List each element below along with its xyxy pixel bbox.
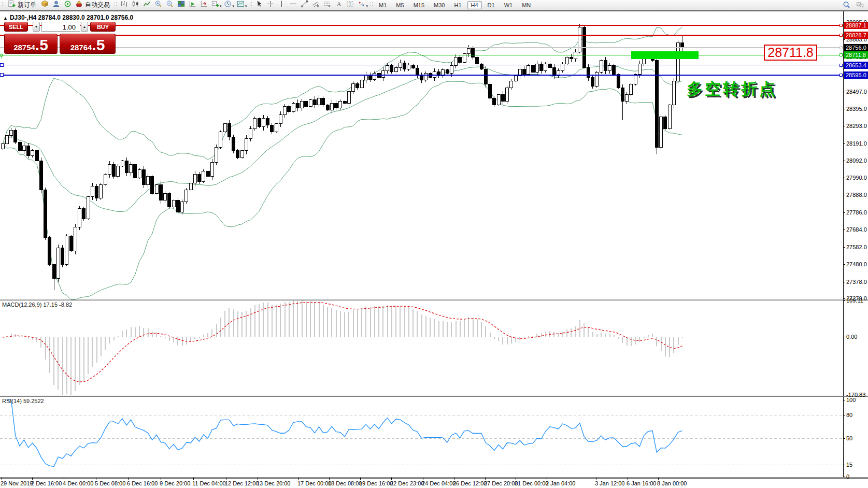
svg-text:F: F bbox=[329, 5, 331, 8]
buy-price-display[interactable]: 28764.5 bbox=[60, 34, 116, 54]
templates-button[interactable] bbox=[235, 1, 246, 9]
chevron-down-icon[interactable]: ▾ bbox=[245, 4, 247, 8]
price-tick-label: 28293.0 bbox=[846, 123, 867, 130]
periods-button[interactable] bbox=[222, 1, 234, 9]
chevron-down-icon[interactable]: ▾ bbox=[233, 4, 235, 8]
chart-bars-icon bbox=[120, 0, 128, 10]
arrows-button[interactable] bbox=[356, 1, 367, 9]
timeframe-button-h4[interactable]: H4 bbox=[467, 1, 482, 9]
toolbar-label[interactable]: 自动交易 bbox=[85, 1, 110, 9]
time-axis-label: 4 Dec 00:00 bbox=[63, 480, 93, 487]
time-axis-label: 13 Dec 20:00 bbox=[257, 480, 290, 487]
cursor-icon bbox=[255, 0, 263, 10]
vline-button[interactable] bbox=[276, 1, 288, 9]
chart-shift-button[interactable] bbox=[198, 1, 209, 9]
price-tick-label: 27684.0 bbox=[846, 226, 867, 233]
volume-decrease-button[interactable]: ▼ bbox=[33, 22, 40, 32]
tile-windows-button[interactable] bbox=[175, 1, 187, 9]
buy-button[interactable]: BUY bbox=[90, 22, 116, 32]
zoom-in-button[interactable] bbox=[152, 1, 164, 9]
chart-line-button[interactable] bbox=[141, 1, 152, 9]
time-axis-label: 6 Dec 16:00 bbox=[127, 480, 158, 487]
time-axis-label: 27 Dec 20:00 bbox=[484, 480, 518, 487]
support-zone-rectangle[interactable] bbox=[631, 51, 699, 59]
market-watch-button[interactable] bbox=[50, 1, 62, 9]
timeframe-button-m15[interactable]: M15 bbox=[410, 1, 428, 9]
autoscroll-icon bbox=[189, 0, 196, 10]
price-tick-label: 27786.0 bbox=[846, 209, 867, 216]
zoom-out-button[interactable] bbox=[164, 1, 175, 9]
hline-button[interactable] bbox=[288, 1, 299, 9]
indicators-icon bbox=[211, 0, 219, 10]
collapse-panel-icon[interactable]: ▲ bbox=[3, 16, 8, 21]
fibo-icon: F bbox=[323, 0, 331, 10]
sell-price-main: 28754 bbox=[13, 43, 35, 52]
toolbar-group-handle[interactable] bbox=[2, 2, 4, 8]
fibo-button[interactable]: F bbox=[322, 1, 333, 9]
toolbar-group-handle[interactable] bbox=[249, 2, 252, 8]
cursor-button[interactable] bbox=[253, 1, 265, 9]
autotrading-button[interactable] bbox=[73, 1, 84, 9]
indicators-button[interactable] bbox=[209, 1, 221, 9]
chart-bars-button[interactable] bbox=[118, 1, 130, 9]
price-badge: 28595.0 bbox=[844, 71, 868, 79]
timeframe-button-w1[interactable]: W1 bbox=[501, 1, 517, 9]
chart-candles-button[interactable] bbox=[130, 1, 141, 9]
crosshair-icon bbox=[266, 0, 274, 10]
chevron-down-icon[interactable]: ▾ bbox=[366, 4, 368, 8]
volume-increase-button[interactable]: ▲ bbox=[81, 22, 88, 32]
signals-icon bbox=[64, 0, 72, 10]
timeframe-button-mn[interactable]: MN bbox=[518, 1, 534, 9]
svg-text:E: E bbox=[317, 5, 319, 8]
signals-button[interactable] bbox=[62, 1, 73, 9]
sell-button[interactable]: SELL bbox=[4, 22, 28, 32]
window-edge bbox=[0, 10, 868, 11]
channel-button[interactable]: E bbox=[310, 1, 322, 9]
timeframe-button-h1[interactable]: H1 bbox=[450, 1, 465, 9]
chevron-down-icon[interactable]: ▾ bbox=[220, 4, 222, 8]
macd-indicator-label: MACD(12,26,9) 17.15 -8.82 bbox=[2, 302, 72, 308]
timeframe-button-m5[interactable]: M5 bbox=[392, 1, 407, 9]
price-badge: 28653.4 bbox=[844, 62, 868, 69]
toolbar-group-handle[interactable] bbox=[114, 2, 117, 8]
one-click-trading-panel: SELL ▼ 1.00 ▲ BUY 28754.5 28764.5 bbox=[4, 22, 116, 54]
timeframe-button-d1[interactable]: D1 bbox=[484, 1, 499, 9]
toolbar-group-handle[interactable] bbox=[370, 2, 373, 8]
metaeditor-button[interactable] bbox=[39, 1, 50, 9]
rsi-indicator-label: RSI(14) 59.2522 bbox=[2, 398, 44, 404]
time-axis-label: 2 Jan 04:00 bbox=[546, 480, 576, 487]
chat-icon[interactable] bbox=[854, 1, 865, 9]
price-tick-label: 27990.0 bbox=[846, 175, 867, 181]
volume-input[interactable]: 1.00 bbox=[41, 22, 80, 32]
trendline-button[interactable] bbox=[299, 1, 310, 9]
price-badge: 28828.7 bbox=[844, 32, 868, 39]
autoscroll-button[interactable] bbox=[187, 1, 198, 9]
rsi-axis-label: 15 bbox=[846, 462, 852, 468]
sell-price-display[interactable]: 28754.5 bbox=[4, 34, 58, 54]
timeframe-button-m30[interactable]: M30 bbox=[430, 1, 448, 9]
tile-windows-icon bbox=[177, 0, 185, 10]
label-button[interactable]: T bbox=[345, 1, 356, 9]
label-icon: T bbox=[346, 0, 354, 10]
time-axis-label: 9 Dec 20:00 bbox=[160, 480, 190, 487]
turning-point-annotation[interactable]: 多空转折点 bbox=[687, 78, 777, 100]
toolbar-group-line-studies: EFAT▾ bbox=[253, 0, 369, 10]
price-tick-label: 27378.0 bbox=[846, 279, 867, 285]
time-axis-label: 19 Dec 16:00 bbox=[359, 480, 393, 487]
trendline-icon bbox=[301, 0, 308, 10]
price-callout-label[interactable]: 28711.8 bbox=[764, 45, 817, 61]
toolbar-label[interactable]: 新订单 bbox=[18, 1, 36, 9]
hline-icon bbox=[289, 0, 297, 10]
svg-text:T: T bbox=[349, 2, 351, 7]
autotrading-icon bbox=[75, 0, 83, 10]
search-icon[interactable] bbox=[841, 1, 852, 9]
periods-icon bbox=[224, 0, 232, 10]
chart-canvas bbox=[0, 0, 868, 488]
text-button[interactable]: A bbox=[333, 1, 345, 9]
toolbar: 新订单自动交易▾▾▾EFAT▾M1M5M15M30H1H4D1W1MN bbox=[0, 0, 868, 10]
chart-shift-icon bbox=[200, 0, 208, 10]
time-axis-label: 2 Dec 16:00 bbox=[31, 480, 62, 487]
new-order-button[interactable] bbox=[6, 1, 17, 9]
timeframe-button-m1[interactable]: M1 bbox=[375, 1, 390, 9]
crosshair-button[interactable] bbox=[265, 1, 276, 9]
